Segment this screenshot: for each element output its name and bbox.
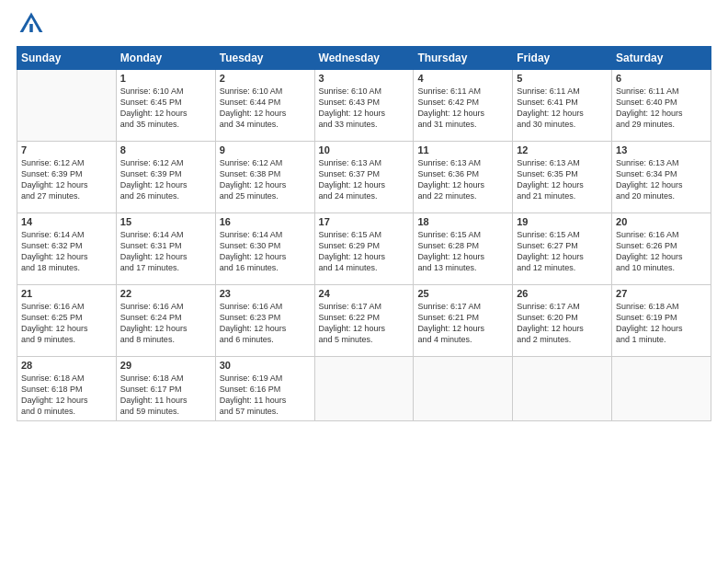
day-number: 6 (616, 73, 707, 84)
calendar-cell: 15Sunrise: 6:14 AMSunset: 6:31 PMDayligh… (116, 213, 215, 285)
day-number: 18 (417, 216, 508, 227)
calendar-cell (513, 357, 612, 421)
page: SundayMondayTuesdayWednesdayThursdayFrid… (0, 0, 728, 563)
day-number: 8 (120, 144, 211, 155)
logo-icon (17, 9, 46, 39)
day-number: 17 (319, 216, 410, 227)
day-info: Sunrise: 6:12 AMSunset: 6:39 PMDaylight:… (120, 157, 211, 202)
day-of-week-friday: Friday (513, 47, 612, 70)
day-info: Sunrise: 6:10 AMSunset: 6:44 PMDaylight:… (220, 86, 311, 131)
day-info: Sunrise: 6:10 AMSunset: 6:45 PMDaylight:… (120, 86, 211, 131)
day-info: Sunrise: 6:16 AMSunset: 6:24 PMDaylight:… (120, 301, 211, 346)
calendar-cell (17, 70, 117, 142)
day-number: 19 (517, 216, 608, 227)
day-info: Sunrise: 6:18 AMSunset: 6:19 PMDaylight:… (616, 301, 707, 346)
calendar-cell: 1Sunrise: 6:10 AMSunset: 6:45 PMDaylight… (116, 70, 215, 142)
day-info: Sunrise: 6:16 AMSunset: 6:25 PMDaylight:… (21, 301, 112, 346)
day-of-week-tuesday: Tuesday (215, 47, 314, 70)
day-info: Sunrise: 6:14 AMSunset: 6:32 PMDaylight:… (21, 229, 112, 274)
day-number: 30 (220, 360, 311, 371)
day-of-week-thursday: Thursday (414, 47, 513, 70)
day-info: Sunrise: 6:18 AMSunset: 6:17 PMDaylight:… (120, 373, 211, 418)
calendar-cell: 25Sunrise: 6:17 AMSunset: 6:21 PMDayligh… (414, 285, 513, 357)
day-info: Sunrise: 6:17 AMSunset: 6:22 PMDaylight:… (319, 301, 410, 346)
logo (17, 9, 50, 39)
day-of-week-wednesday: Wednesday (314, 47, 414, 70)
day-number: 3 (319, 73, 410, 84)
day-info: Sunrise: 6:14 AMSunset: 6:30 PMDaylight:… (220, 229, 311, 274)
calendar-header-row: SundayMondayTuesdayWednesdayThursdayFrid… (17, 47, 711, 70)
day-number: 25 (417, 288, 508, 299)
day-number: 2 (220, 73, 311, 84)
day-number: 1 (120, 73, 211, 84)
calendar-cell: 29Sunrise: 6:18 AMSunset: 6:17 PMDayligh… (116, 357, 215, 421)
day-number: 12 (517, 144, 608, 155)
day-info: Sunrise: 6:10 AMSunset: 6:43 PMDaylight:… (319, 86, 410, 131)
day-number: 15 (120, 216, 211, 227)
day-number: 27 (616, 288, 707, 299)
day-number: 5 (517, 73, 608, 84)
calendar-cell: 5Sunrise: 6:11 AMSunset: 6:41 PMDaylight… (513, 70, 612, 142)
calendar-week-row: 1Sunrise: 6:10 AMSunset: 6:45 PMDaylight… (17, 70, 711, 142)
day-of-week-sunday: Sunday (17, 47, 117, 70)
day-number: 9 (220, 144, 311, 155)
calendar-cell (314, 357, 414, 421)
calendar-cell: 10Sunrise: 6:13 AMSunset: 6:37 PMDayligh… (314, 142, 414, 213)
calendar-cell: 20Sunrise: 6:16 AMSunset: 6:26 PMDayligh… (612, 213, 711, 285)
calendar-cell: 14Sunrise: 6:14 AMSunset: 6:32 PMDayligh… (17, 213, 117, 285)
day-info: Sunrise: 6:15 AMSunset: 6:28 PMDaylight:… (417, 229, 508, 274)
calendar-cell: 4Sunrise: 6:11 AMSunset: 6:42 PMDaylight… (414, 70, 513, 142)
day-info: Sunrise: 6:11 AMSunset: 6:40 PMDaylight:… (616, 86, 707, 131)
day-info: Sunrise: 6:18 AMSunset: 6:18 PMDaylight:… (21, 373, 112, 418)
calendar-cell: 22Sunrise: 6:16 AMSunset: 6:24 PMDayligh… (116, 285, 215, 357)
calendar-cell: 3Sunrise: 6:10 AMSunset: 6:43 PMDaylight… (314, 70, 414, 142)
day-info: Sunrise: 6:13 AMSunset: 6:35 PMDaylight:… (517, 157, 608, 202)
day-info: Sunrise: 6:14 AMSunset: 6:31 PMDaylight:… (120, 229, 211, 274)
day-number: 20 (616, 216, 707, 227)
calendar-cell: 30Sunrise: 6:19 AMSunset: 6:16 PMDayligh… (215, 357, 314, 421)
day-number: 14 (21, 216, 112, 227)
day-number: 26 (517, 288, 608, 299)
day-info: Sunrise: 6:13 AMSunset: 6:34 PMDaylight:… (616, 157, 707, 202)
day-number: 21 (21, 288, 112, 299)
calendar-cell: 12Sunrise: 6:13 AMSunset: 6:35 PMDayligh… (513, 142, 612, 213)
day-number: 10 (319, 144, 410, 155)
calendar-cell (414, 357, 513, 421)
calendar-cell: 18Sunrise: 6:15 AMSunset: 6:28 PMDayligh… (414, 213, 513, 285)
calendar-cell: 21Sunrise: 6:16 AMSunset: 6:25 PMDayligh… (17, 285, 117, 357)
calendar-cell: 2Sunrise: 6:10 AMSunset: 6:44 PMDaylight… (215, 70, 314, 142)
day-info: Sunrise: 6:11 AMSunset: 6:42 PMDaylight:… (417, 86, 508, 131)
day-info: Sunrise: 6:13 AMSunset: 6:36 PMDaylight:… (417, 157, 508, 202)
calendar: SundayMondayTuesdayWednesdayThursdayFrid… (17, 46, 711, 421)
day-number: 4 (417, 73, 508, 84)
calendar-cell: 16Sunrise: 6:14 AMSunset: 6:30 PMDayligh… (215, 213, 314, 285)
day-of-week-saturday: Saturday (612, 47, 711, 70)
calendar-week-row: 14Sunrise: 6:14 AMSunset: 6:32 PMDayligh… (17, 213, 711, 285)
day-number: 29 (120, 360, 211, 371)
day-info: Sunrise: 6:16 AMSunset: 6:26 PMDaylight:… (616, 229, 707, 274)
day-number: 28 (21, 360, 112, 371)
calendar-week-row: 7Sunrise: 6:12 AMSunset: 6:39 PMDaylight… (17, 142, 711, 213)
day-info: Sunrise: 6:19 AMSunset: 6:16 PMDaylight:… (220, 373, 311, 418)
day-info: Sunrise: 6:17 AMSunset: 6:20 PMDaylight:… (517, 301, 608, 346)
day-number: 13 (616, 144, 707, 155)
day-info: Sunrise: 6:12 AMSunset: 6:39 PMDaylight:… (21, 157, 112, 202)
calendar-cell: 26Sunrise: 6:17 AMSunset: 6:20 PMDayligh… (513, 285, 612, 357)
calendar-cell: 24Sunrise: 6:17 AMSunset: 6:22 PMDayligh… (314, 285, 414, 357)
day-info: Sunrise: 6:17 AMSunset: 6:21 PMDaylight:… (417, 301, 508, 346)
calendar-cell: 17Sunrise: 6:15 AMSunset: 6:29 PMDayligh… (314, 213, 414, 285)
calendar-week-row: 21Sunrise: 6:16 AMSunset: 6:25 PMDayligh… (17, 285, 711, 357)
calendar-cell: 9Sunrise: 6:12 AMSunset: 6:38 PMDaylight… (215, 142, 314, 213)
day-number: 16 (220, 216, 311, 227)
calendar-cell: 27Sunrise: 6:18 AMSunset: 6:19 PMDayligh… (612, 285, 711, 357)
calendar-cell: 19Sunrise: 6:15 AMSunset: 6:27 PMDayligh… (513, 213, 612, 285)
calendar-cell: 7Sunrise: 6:12 AMSunset: 6:39 PMDaylight… (17, 142, 117, 213)
calendar-cell: 8Sunrise: 6:12 AMSunset: 6:39 PMDaylight… (116, 142, 215, 213)
calendar-cell (612, 357, 711, 421)
day-info: Sunrise: 6:15 AMSunset: 6:27 PMDaylight:… (517, 229, 608, 274)
day-info: Sunrise: 6:11 AMSunset: 6:41 PMDaylight:… (517, 86, 608, 131)
header (17, 9, 711, 39)
day-number: 11 (417, 144, 508, 155)
day-info: Sunrise: 6:16 AMSunset: 6:23 PMDaylight:… (220, 301, 311, 346)
day-info: Sunrise: 6:12 AMSunset: 6:38 PMDaylight:… (220, 157, 311, 202)
